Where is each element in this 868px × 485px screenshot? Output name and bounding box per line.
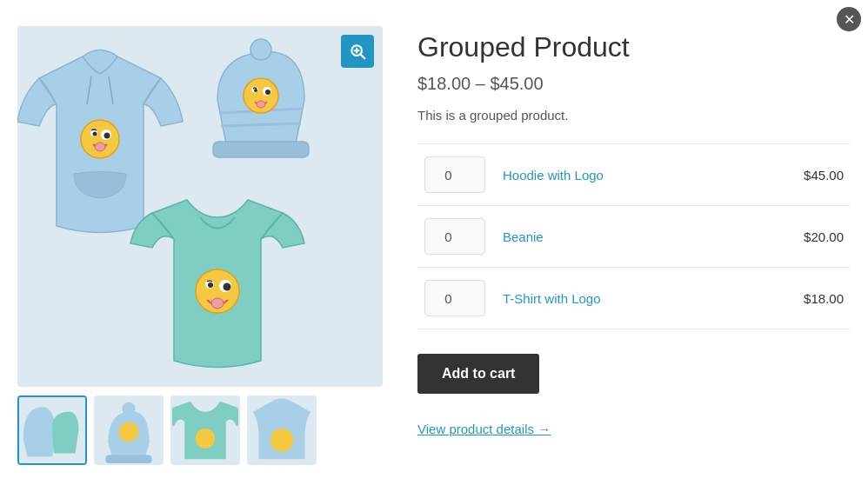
svg-point-11 — [104, 133, 110, 139]
thumbnail-strip — [17, 395, 383, 465]
item-name-link-2[interactable]: T-Shirt with Logo — [503, 291, 601, 306]
svg-point-14 — [250, 39, 271, 60]
product-title: Grouped Product — [417, 30, 851, 63]
svg-point-32 — [122, 402, 135, 415]
thumbnail-4[interactable] — [247, 395, 317, 465]
item-price-0: $45.00 — [738, 144, 851, 206]
svg-point-28 — [211, 298, 224, 309]
quantity-input-1[interactable] — [424, 218, 485, 255]
table-row: Beanie $20.00 — [417, 206, 851, 268]
thumbnail-1[interactable] — [17, 395, 87, 465]
svg-point-12 — [95, 143, 105, 151]
product-info: Grouped Product $18.00 – $45.00 This is … — [417, 26, 851, 436]
grouped-items-table: Hoodie with Logo $45.00 Beanie $20.00 T-… — [417, 143, 851, 329]
item-name-link-1[interactable]: Beanie — [503, 229, 544, 244]
item-price-1: $20.00 — [738, 206, 851, 268]
view-product-details-link[interactable]: View product details → — [417, 422, 851, 436]
svg-point-37 — [270, 429, 294, 452]
svg-point-27 — [224, 283, 231, 291]
svg-rect-31 — [105, 455, 151, 464]
product-gallery — [17, 26, 383, 465]
product-description: This is a grouped product. — [417, 108, 851, 123]
main-image — [17, 26, 383, 387]
svg-point-7 — [81, 120, 119, 158]
price-range: $18.00 – $45.00 — [417, 74, 851, 94]
item-price-2: $18.00 — [738, 268, 851, 329]
svg-point-21 — [265, 90, 270, 95]
svg-rect-13 — [213, 142, 309, 157]
svg-point-10 — [93, 132, 97, 136]
thumbnail-2[interactable] — [94, 395, 164, 465]
quantity-input-0[interactable] — [424, 156, 485, 193]
svg-point-26 — [208, 282, 213, 288]
table-row: T-Shirt with Logo $18.00 — [417, 268, 851, 329]
svg-point-35 — [196, 429, 216, 448]
svg-point-33 — [119, 422, 139, 442]
add-to-cart-button[interactable]: Add to cart — [417, 354, 539, 394]
svg-point-22 — [257, 101, 265, 108]
thumbnail-3[interactable] — [170, 395, 240, 465]
zoom-icon[interactable] — [341, 35, 374, 68]
product-page: Grouped Product $18.00 – $45.00 This is … — [0, 0, 868, 485]
item-name-link-0[interactable]: Hoodie with Logo — [503, 168, 604, 183]
close-icon[interactable]: ✕ — [837, 7, 861, 31]
quantity-input-2[interactable] — [424, 280, 485, 316]
table-row: Hoodie with Logo $45.00 — [417, 144, 851, 206]
svg-point-20 — [254, 89, 257, 92]
svg-line-1 — [361, 55, 365, 59]
